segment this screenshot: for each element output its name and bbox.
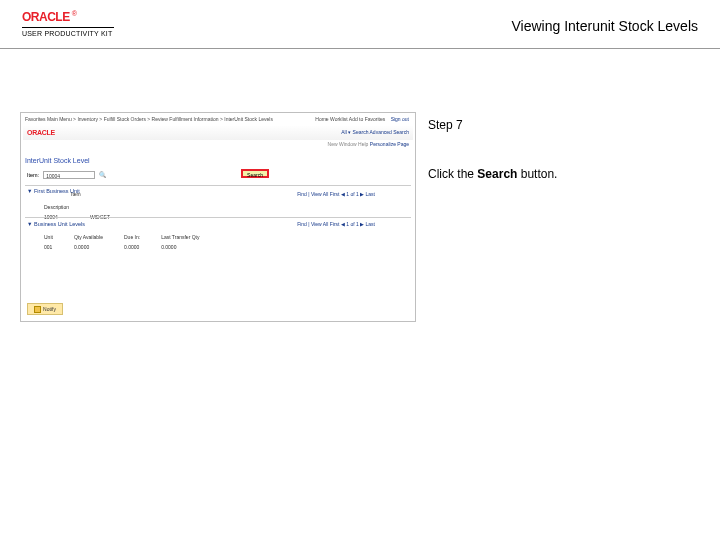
breadcrumb-bar: Favorites Main Menu > Inventory > Fulfil… bbox=[25, 116, 411, 125]
table-row: Description bbox=[43, 203, 128, 211]
search-button[interactable]: Search bbox=[241, 169, 269, 178]
registered-mark: ® bbox=[72, 10, 77, 17]
cell-due-in: 0.0000 bbox=[123, 243, 158, 251]
logo-separator bbox=[22, 27, 114, 28]
notify-icon bbox=[34, 306, 41, 313]
oracle-wordmark-small: ORACLE bbox=[27, 129, 55, 136]
item-search-row: Item: 10004 🔍 bbox=[27, 169, 107, 181]
breadcrumb[interactable]: Favorites Main Menu > Inventory > Fulfil… bbox=[25, 116, 273, 122]
lookup-icon[interactable]: 🔍 bbox=[99, 171, 107, 179]
new-window-help[interactable]: New Window Help bbox=[328, 141, 370, 147]
item-input[interactable]: 10004 bbox=[43, 171, 95, 179]
oracle-logo: ORACLE ® bbox=[22, 10, 118, 24]
personalize-page-link[interactable]: Personalize Page bbox=[370, 141, 409, 147]
header-quick-links[interactable]: Home Worklist Add to Favorites bbox=[315, 116, 385, 122]
bu-grid: Unit Qty Available Due In: Last Transfer… bbox=[41, 231, 219, 253]
instruction-panel: Step 7 Click the Search button. bbox=[428, 116, 698, 183]
instruction-suffix: button. bbox=[517, 167, 557, 181]
col-qty-available: Qty Available bbox=[73, 233, 121, 241]
sign-out-link[interactable]: Sign out bbox=[391, 116, 409, 122]
page-header: ORACLE ® USER PRODUCTIVITY KIT Viewing I… bbox=[0, 0, 720, 49]
divider bbox=[25, 185, 411, 186]
component-title: InterUnit Stock Level bbox=[25, 157, 90, 164]
product-line-label: USER PRODUCTIVITY KIT bbox=[22, 30, 118, 37]
table-row: 001 0.0000 0.0000 0.0000 bbox=[43, 243, 217, 251]
app-screenshot-thumbnail: Favorites Main Menu > Inventory > Fulfil… bbox=[20, 112, 416, 322]
bu-section-toggle[interactable]: ▼ Business Unit Levels bbox=[27, 221, 85, 227]
col-last-transfer-qty: Last Transfer Qty bbox=[160, 233, 217, 241]
instruction-text: Click the Search button. bbox=[428, 165, 698, 184]
step-label: Step 7 bbox=[428, 116, 698, 135]
page-utility-links: New Window Help Personalize Page bbox=[21, 141, 415, 151]
oracle-wordmark: ORACLE bbox=[22, 10, 70, 24]
col-unit: Unit bbox=[43, 233, 71, 241]
global-search-area[interactable]: All ▾ Search Advanced Search bbox=[341, 129, 409, 135]
cell-qty-available: 0.0000 bbox=[73, 243, 121, 251]
brand-block: ORACLE ® USER PRODUCTIVITY KIT bbox=[22, 10, 118, 37]
notify-button[interactable]: Notify bbox=[27, 303, 63, 315]
item-description-label: Description bbox=[43, 203, 87, 211]
cell-last-transfer-qty: 0.0000 bbox=[160, 243, 217, 251]
item-grid-title: Item bbox=[71, 191, 81, 197]
col-due-in: Due In: bbox=[123, 233, 158, 241]
item-grid: Description 10004 WIDGET bbox=[41, 201, 130, 223]
header-links: Home Worklist Add to Favorites Sign out bbox=[315, 116, 409, 122]
bu-grid-pager[interactable]: Find | View All First ◀ 1 of 1 ▶ Last bbox=[297, 221, 375, 227]
instruction-prefix: Click the bbox=[428, 167, 477, 181]
instruction-bold: Search bbox=[477, 167, 517, 181]
table-row: Unit Qty Available Due In: Last Transfer… bbox=[43, 233, 217, 241]
notify-label: Notify bbox=[43, 306, 56, 312]
item-grid-pager[interactable]: Find | View All First ◀ 1 of 1 ▶ Last bbox=[297, 191, 375, 197]
divider bbox=[25, 217, 411, 218]
branding-bar: ORACLE All ▾ Search Advanced Search bbox=[23, 126, 413, 140]
cell-unit: 001 bbox=[43, 243, 71, 251]
page-title: Viewing Interunit Stock Levels bbox=[511, 18, 698, 34]
item-label: Item: bbox=[27, 172, 39, 178]
